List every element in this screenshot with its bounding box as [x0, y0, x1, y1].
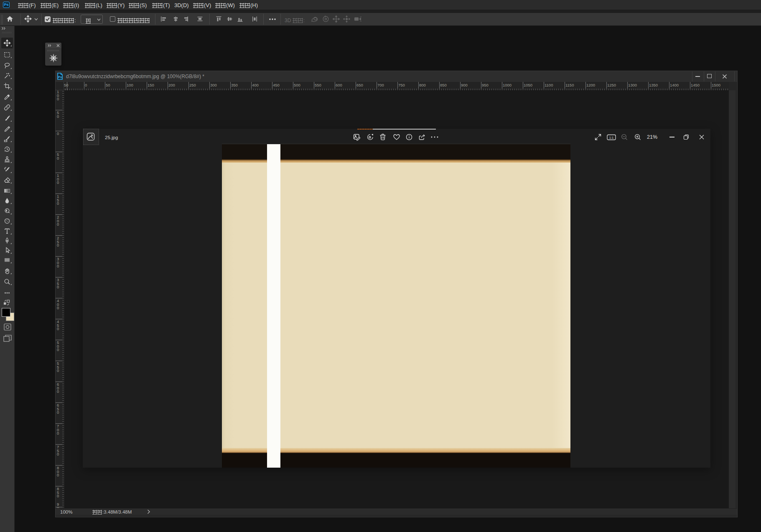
svg-text:Ps: Ps — [58, 76, 62, 79]
svg-text:1:1: 1:1 — [609, 136, 613, 140]
